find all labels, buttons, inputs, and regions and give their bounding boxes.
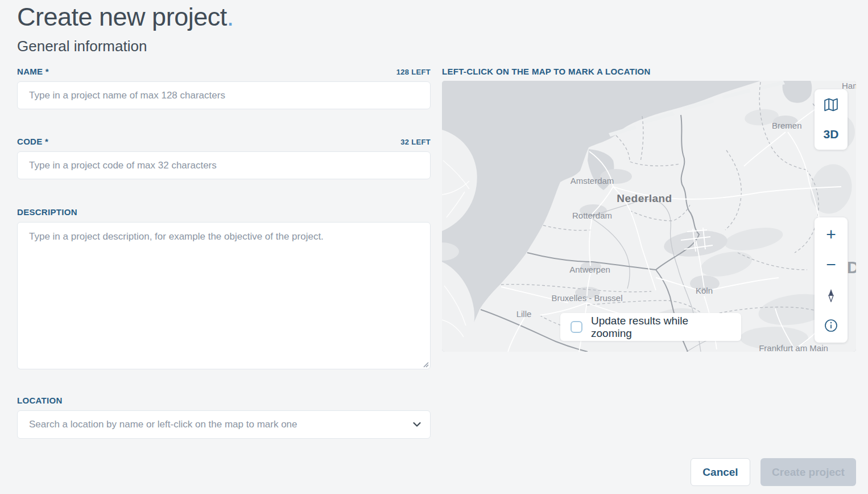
map-label-lille: Lille	[516, 309, 532, 319]
map-instruction-label: LEFT-CLICK ON THE MAP TO MARK A LOCATION	[442, 67, 856, 76]
page-title-text: Create new project	[17, 2, 227, 31]
general-information-form: NAME * 128 LEFT CODE * 32 LEFT DESCRIPTI…	[17, 67, 431, 439]
resize-grip-icon[interactable]	[422, 361, 429, 368]
footer-actions: Cancel Create project	[691, 458, 856, 486]
description-textarea[interactable]	[17, 222, 431, 369]
map-label-amsterdam: Amsterdam	[571, 176, 614, 186]
map-canvas[interactable]: Ham Bremen Amsterdam Nederland Rotterdam…	[442, 81, 856, 352]
map-label-koln: Köln	[696, 286, 713, 295]
code-input[interactable]	[17, 151, 431, 179]
location-label: LOCATION	[17, 396, 63, 405]
minus-icon: −	[826, 256, 836, 273]
zoom-in-button[interactable]: +	[815, 221, 848, 248]
map-style-panel: 3D	[815, 89, 848, 150]
compass-button[interactable]	[815, 282, 848, 309]
info-button[interactable]	[815, 312, 848, 339]
map-label-deutschland: D	[847, 258, 856, 277]
map-label-brussels: Bruxelles - Brussel	[551, 293, 622, 303]
name-input[interactable]	[17, 81, 431, 109]
description-label: DESCRIPTION	[17, 207, 77, 217]
code-chars-left: 32 LEFT	[400, 138, 431, 146]
page-title-dot: .	[227, 2, 234, 31]
compass-icon	[827, 289, 835, 302]
page-header: Create new project. General information	[17, 2, 234, 55]
map-label-rotterdam: Rotterdam	[572, 211, 612, 220]
map-zoom-panel: + −	[815, 217, 848, 343]
chevron-down-icon	[413, 422, 421, 427]
code-label: CODE *	[17, 137, 48, 146]
name-chars-left: 128 LEFT	[396, 68, 431, 76]
update-results-label: Update results while zooming	[591, 315, 731, 340]
create-project-button[interactable]: Create project	[760, 458, 856, 486]
name-label: NAME *	[17, 67, 49, 76]
page-title: Create new project.	[17, 2, 234, 32]
map-label-nederland: Nederland	[617, 192, 672, 204]
plus-icon: +	[826, 226, 836, 243]
create-project-page: Create new project. General information …	[0, 0, 868, 494]
section-subtitle: General information	[17, 38, 234, 55]
map-svg[interactable]: Ham Bremen Amsterdam Nederland Rotterdam…	[442, 81, 856, 352]
map-label-bremen: Bremen	[772, 121, 802, 130]
location-select[interactable]: Search a location by name or left-click …	[17, 410, 431, 439]
map-icon	[824, 98, 838, 112]
map-layers-button[interactable]	[815, 91, 848, 118]
map-label-frankfurt: Frankfurt am Main	[759, 343, 828, 352]
map-section: LEFT-CLICK ON THE MAP TO MARK A LOCATION	[442, 67, 856, 352]
map-label-antwerpen: Antwerpen	[569, 265, 610, 274]
location-select-placeholder: Search a location by name or left-click …	[29, 419, 297, 430]
map-3d-button[interactable]: 3D	[815, 121, 848, 148]
info-icon	[824, 319, 838, 332]
update-results-checkbox[interactable]	[571, 321, 582, 333]
zoom-out-button[interactable]: −	[815, 251, 848, 278]
update-results-toggle[interactable]: Update results while zooming	[560, 313, 741, 341]
cancel-button[interactable]: Cancel	[691, 458, 750, 486]
